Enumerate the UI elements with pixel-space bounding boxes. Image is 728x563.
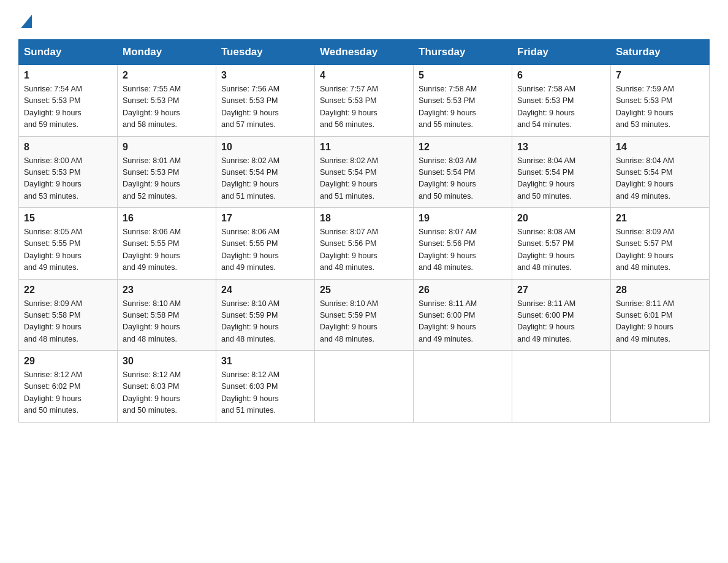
day-cell: 13Sunrise: 8:04 AMSunset: 5:54 PMDayligh… [512,136,611,208]
day-cell: 23Sunrise: 8:10 AMSunset: 5:58 PMDayligh… [118,279,216,351]
header-cell-monday: Monday [118,40,216,65]
day-info: Sunrise: 8:08 AMSunset: 5:57 PMDaylight:… [517,226,605,274]
day-info: Sunrise: 8:00 AMSunset: 5:53 PMDaylight:… [24,155,112,203]
day-cell: 27Sunrise: 8:11 AMSunset: 6:00 PMDayligh… [512,279,611,351]
day-number: 12 [419,142,507,153]
day-info: Sunrise: 8:02 AMSunset: 5:54 PMDaylight:… [221,155,309,203]
day-number: 5 [419,70,507,81]
day-info: Sunrise: 8:03 AMSunset: 5:54 PMDaylight:… [419,155,507,203]
day-cell: 30Sunrise: 8:12 AMSunset: 6:03 PMDayligh… [118,351,216,423]
day-number: 2 [123,70,211,81]
day-number: 13 [517,142,605,153]
day-number: 18 [320,213,408,224]
day-info: Sunrise: 7:55 AMSunset: 5:53 PMDaylight:… [123,83,211,131]
day-number: 23 [123,285,211,296]
day-cell: 14Sunrise: 8:04 AMSunset: 5:54 PMDayligh… [611,136,710,208]
day-info: Sunrise: 8:10 AMSunset: 5:58 PMDaylight:… [123,298,211,346]
day-number: 20 [517,213,605,224]
day-cell: 12Sunrise: 8:03 AMSunset: 5:54 PMDayligh… [414,136,512,208]
header-cell-wednesday: Wednesday [315,40,414,65]
day-cell: 26Sunrise: 8:11 AMSunset: 6:00 PMDayligh… [414,279,512,351]
day-cell: 25Sunrise: 8:10 AMSunset: 5:59 PMDayligh… [315,279,414,351]
day-info: Sunrise: 8:09 AMSunset: 5:57 PMDaylight:… [616,226,704,274]
day-cell [611,351,710,423]
day-cell: 10Sunrise: 8:02 AMSunset: 5:54 PMDayligh… [216,136,315,208]
day-number: 10 [221,142,309,153]
day-cell: 15Sunrise: 8:05 AMSunset: 5:55 PMDayligh… [19,208,118,280]
day-info: Sunrise: 8:02 AMSunset: 5:54 PMDaylight:… [320,155,408,203]
day-info: Sunrise: 8:04 AMSunset: 5:54 PMDaylight:… [517,155,605,203]
day-info: Sunrise: 7:59 AMSunset: 5:53 PMDaylight:… [616,83,704,131]
calendar-header: SundayMondayTuesdayWednesdayThursdayFrid… [19,40,710,65]
day-number: 11 [320,142,408,153]
day-cell: 21Sunrise: 8:09 AMSunset: 5:57 PMDayligh… [611,208,710,280]
week-row-2: 8Sunrise: 8:00 AMSunset: 5:53 PMDaylight… [19,136,710,208]
header-cell-sunday: Sunday [19,40,118,65]
day-cell: 24Sunrise: 8:10 AMSunset: 5:59 PMDayligh… [216,279,315,351]
day-number: 17 [221,213,309,224]
day-cell: 4Sunrise: 7:57 AMSunset: 5:53 PMDaylight… [315,65,414,137]
day-info: Sunrise: 8:12 AMSunset: 6:03 PMDaylight:… [123,369,211,417]
day-number: 29 [24,356,112,367]
day-number: 9 [123,142,211,153]
day-info: Sunrise: 8:06 AMSunset: 5:55 PMDaylight:… [123,226,211,274]
day-number: 3 [221,70,309,81]
day-info: Sunrise: 8:11 AMSunset: 6:00 PMDaylight:… [517,298,605,346]
day-info: Sunrise: 8:11 AMSunset: 6:00 PMDaylight:… [419,298,507,346]
header-cell-friday: Friday [512,40,611,65]
day-info: Sunrise: 7:57 AMSunset: 5:53 PMDaylight:… [320,83,408,131]
day-cell: 31Sunrise: 8:12 AMSunset: 6:03 PMDayligh… [216,351,315,423]
day-number: 4 [320,70,408,81]
day-cell: 29Sunrise: 8:12 AMSunset: 6:02 PMDayligh… [19,351,118,423]
day-cell: 8Sunrise: 8:00 AMSunset: 5:53 PMDaylight… [19,136,118,208]
day-number: 30 [123,356,211,367]
header-row: SundayMondayTuesdayWednesdayThursdayFrid… [19,40,710,65]
day-number: 24 [221,285,309,296]
day-info: Sunrise: 8:12 AMSunset: 6:02 PMDaylight:… [24,369,112,417]
day-cell: 16Sunrise: 8:06 AMSunset: 5:55 PMDayligh… [118,208,216,280]
day-cell: 28Sunrise: 8:11 AMSunset: 6:01 PMDayligh… [611,279,710,351]
day-cell [414,351,512,423]
logo [18,12,32,27]
day-info: Sunrise: 8:10 AMSunset: 5:59 PMDaylight:… [320,298,408,346]
day-info: Sunrise: 8:01 AMSunset: 5:53 PMDaylight:… [123,155,211,203]
day-cell: 18Sunrise: 8:07 AMSunset: 5:56 PMDayligh… [315,208,414,280]
day-cell: 17Sunrise: 8:06 AMSunset: 5:55 PMDayligh… [216,208,315,280]
day-number: 22 [24,285,112,296]
logo-triangle-icon [21,15,32,28]
header-cell-saturday: Saturday [611,40,710,65]
day-number: 6 [517,70,605,81]
week-row-1: 1Sunrise: 7:54 AMSunset: 5:53 PMDaylight… [19,65,710,137]
header-cell-tuesday: Tuesday [216,40,315,65]
day-number: 15 [24,213,112,224]
day-info: Sunrise: 8:07 AMSunset: 5:56 PMDaylight:… [419,226,507,274]
week-row-5: 29Sunrise: 8:12 AMSunset: 6:02 PMDayligh… [19,351,710,423]
day-cell: 19Sunrise: 8:07 AMSunset: 5:56 PMDayligh… [414,208,512,280]
day-info: Sunrise: 7:58 AMSunset: 5:53 PMDaylight:… [419,83,507,131]
page-header [18,12,710,27]
day-cell: 1Sunrise: 7:54 AMSunset: 5:53 PMDaylight… [19,65,118,137]
day-number: 16 [123,213,211,224]
day-cell: 3Sunrise: 7:56 AMSunset: 5:53 PMDaylight… [216,65,315,137]
day-number: 27 [517,285,605,296]
day-info: Sunrise: 8:12 AMSunset: 6:03 PMDaylight:… [221,369,309,417]
day-cell: 7Sunrise: 7:59 AMSunset: 5:53 PMDaylight… [611,65,710,137]
day-info: Sunrise: 8:05 AMSunset: 5:55 PMDaylight:… [24,226,112,274]
day-info: Sunrise: 8:07 AMSunset: 5:56 PMDaylight:… [320,226,408,274]
day-cell: 2Sunrise: 7:55 AMSunset: 5:53 PMDaylight… [118,65,216,137]
day-cell: 5Sunrise: 7:58 AMSunset: 5:53 PMDaylight… [414,65,512,137]
day-info: Sunrise: 7:54 AMSunset: 5:53 PMDaylight:… [24,83,112,131]
day-number: 1 [24,70,112,81]
day-info: Sunrise: 7:56 AMSunset: 5:53 PMDaylight:… [221,83,309,131]
day-number: 25 [320,285,408,296]
day-cell: 11Sunrise: 8:02 AMSunset: 5:54 PMDayligh… [315,136,414,208]
day-info: Sunrise: 8:06 AMSunset: 5:55 PMDaylight:… [221,226,309,274]
day-number: 8 [24,142,112,153]
day-info: Sunrise: 8:09 AMSunset: 5:58 PMDaylight:… [24,298,112,346]
day-number: 26 [419,285,507,296]
calendar-body: 1Sunrise: 7:54 AMSunset: 5:53 PMDaylight… [19,65,710,423]
day-cell: 20Sunrise: 8:08 AMSunset: 5:57 PMDayligh… [512,208,611,280]
day-number: 19 [419,213,507,224]
calendar-table: SundayMondayTuesdayWednesdayThursdayFrid… [18,39,710,423]
day-cell [512,351,611,423]
